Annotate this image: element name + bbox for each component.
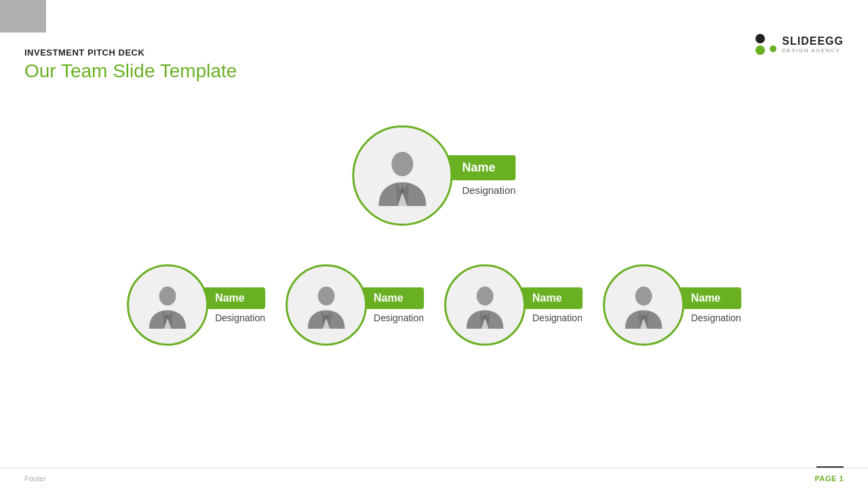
footer-page: PAGE 1 xyxy=(814,474,844,483)
logo-text: SLIDEEGG DESIGN AGENCY xyxy=(782,35,844,54)
top-team-member: Name Designation xyxy=(352,125,515,226)
footer: Footer PAGE 1 xyxy=(0,468,868,488)
avatar-circle-2 xyxy=(285,264,367,346)
person-icon-3 xyxy=(461,281,509,329)
svg-point-2 xyxy=(318,287,335,306)
logo-dot-green-small xyxy=(770,45,776,52)
logo-name: SLIDEEGG xyxy=(782,35,844,47)
bottom-team-member-1: Name Designation xyxy=(127,264,265,346)
logo-dot-black xyxy=(755,34,765,43)
logo-tagline: DESIGN AGENCY xyxy=(782,47,844,54)
logo-dots xyxy=(755,34,776,55)
footer-text: Footer xyxy=(24,474,46,483)
top-avatar-circle xyxy=(352,125,452,226)
svg-point-1 xyxy=(159,287,176,306)
logo: SLIDEEGG DESIGN AGENCY xyxy=(755,34,844,55)
svg-point-0 xyxy=(391,152,413,176)
avatar-circle-3 xyxy=(444,264,526,346)
bottom-team-member-2: Name Designation xyxy=(285,264,424,346)
person-icon-4 xyxy=(620,281,667,329)
corner-decoration xyxy=(0,0,46,33)
person-icon-2 xyxy=(302,281,350,329)
header-subtitle: INVESTMENT PITCH DECK xyxy=(24,47,237,58)
svg-point-4 xyxy=(635,287,652,306)
logo-dot-green-large xyxy=(755,45,765,55)
header: INVESTMENT PITCH DECK Our Team Slide Tem… xyxy=(24,47,237,82)
avatar-circle-4 xyxy=(603,264,684,346)
person-icon xyxy=(372,145,433,206)
person-icon-1 xyxy=(144,281,191,329)
svg-point-3 xyxy=(477,287,494,306)
bottom-team-member-4: Name Designation xyxy=(603,264,741,346)
avatar-circle-1 xyxy=(127,264,208,346)
header-title: Our Team Slide Template xyxy=(24,60,237,82)
bottom-team-member-3: Name Designation xyxy=(444,264,583,346)
bottom-team-row: Name Designation Name Designation xyxy=(127,264,741,346)
